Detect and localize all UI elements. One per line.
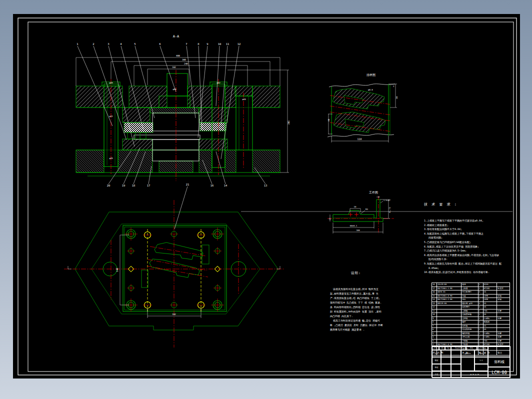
bom-cell: 4 [432, 336, 436, 339]
titleblock-cell [441, 371, 451, 378]
bom-cell: 卸料螺钉 [461, 306, 478, 309]
dim-label: 50 [396, 96, 398, 99]
dim-label: 380 [182, 58, 186, 61]
bom-cell: 聚氨酯 [483, 320, 497, 324]
notes-block: 说明: 该模具为落料冲孔复合模,所冲 制件为支架,材料厚度等见工件图所示,属大批… [330, 262, 408, 341]
drawing-title: 落料模 [488, 357, 510, 367]
titleblock-cell [441, 364, 451, 371]
part-callouts: 1234567891011122019181721161413 [76, 42, 267, 229]
bom-cell: 凸凹模 [461, 317, 478, 320]
bom-row: 11上垫板1T8A淬硬 [432, 309, 510, 313]
bom-cell: 淬硬 [496, 336, 510, 339]
bom-cell: 18 [432, 283, 436, 286]
notes-list: 该模具为落料冲孔复合模,所冲 制件为支架,材料厚度等见工件图所示,属大批,量 生… [330, 287, 408, 332]
bom-row: 9凸凹模1CrWMn淬硬 [432, 316, 510, 320]
bom-cell: 渗碳 [496, 294, 510, 298]
dim-label: 240 [184, 62, 188, 65]
callout-number: 7 [186, 42, 187, 46]
bom-cell: 模柄 [461, 283, 478, 286]
bom-cell: GB/T2861.6-90 [436, 294, 461, 298]
bom-cell: 落料凹模 [461, 332, 478, 336]
plan-view [64, 200, 284, 348]
bom-cell: 1 [478, 324, 483, 328]
bom-cell: 11 [432, 310, 436, 313]
dim-label: φ48 [242, 98, 246, 100]
dim-label: 140 [116, 268, 118, 272]
dim-label: A-A [173, 34, 180, 38]
text-line: 该模具为落料冲孔复合模,所冲 制件为支 [330, 287, 408, 292]
bom-cell: 1 [478, 287, 483, 290]
bom-cell: 导套 [461, 294, 478, 298]
bom-cell: 3 [432, 340, 436, 343]
text-line: 落料凹模与冲 孔凸模装 于下 模 结构 紧凑. [330, 300, 408, 305]
bom-cell: 卸料板 [461, 324, 478, 328]
callout-number: 20 [107, 184, 110, 187]
cad-viewport: A-A488380240182φ50φ45φ42φ45φ42φ48265排样图1… [0, 0, 532, 399]
text-line: 6.装配后,模架上下运动应灵活平稳 无阻滞现象; [424, 244, 520, 249]
text-line: 8.模具闭合后各模板上平面要求贴合间隙,不得歪斜,毛刺,飞边等缺 [424, 253, 520, 258]
bom-cell [436, 310, 461, 313]
bom-cell [496, 290, 510, 294]
titleblock-cell: 比例 [474, 350, 488, 357]
dim-label: φ42 [109, 115, 113, 118]
bom-cell: 4 [478, 302, 483, 306]
callout-number: 12 [238, 42, 241, 46]
bom-cell: 1 [478, 310, 483, 313]
bom-cell: 2 [478, 336, 483, 339]
dim-label: φ45 [109, 157, 113, 160]
callout-number: 10 [218, 42, 222, 46]
strip-layout-view [328, 84, 397, 142]
bom-cell: 45 [483, 324, 497, 328]
text-line: 9.装配以上模座孔与导柱外圆 配合,保证上下模同轴度误差不超过 配 [424, 262, 520, 266]
bom-cell: T8A [483, 340, 497, 343]
titleblock-cell: 设计 [432, 350, 441, 357]
callout-leader [221, 46, 239, 159]
text-line: 4.装配后导柱上端面与上模座上平面,下模座下平面之 [424, 232, 520, 236]
bom-cell: 16 [432, 290, 436, 294]
bom-cell: 1 [478, 320, 483, 324]
callout-number: 21 [186, 183, 190, 186]
callout-number: 16 [210, 184, 214, 187]
bom-row: 15GB/T2861.6-90导套220钢渗碳 [432, 294, 510, 298]
bom-cell: HT200 [483, 287, 497, 290]
titleblock-cell: 分区 [445, 346, 451, 350]
titleblock-cell [451, 364, 461, 371]
titleblock-cell [451, 371, 461, 378]
bom-cell: 7 [432, 324, 436, 328]
bom-cell: CrWMn [483, 332, 497, 336]
titleblock-cell [461, 357, 474, 371]
bom-row: 10凸模固定板145 [432, 312, 510, 316]
dim-label: 工件图 [369, 190, 378, 194]
bom-cell: 45 [483, 306, 497, 309]
bom-row: 8橡胶1聚氨酯 [432, 320, 510, 324]
bom-cell [496, 302, 510, 306]
bom-cell: 2 [478, 328, 483, 332]
bom-cell [496, 320, 510, 324]
titleblock-cell: 更改文件号 [451, 346, 466, 350]
dim-label: 1.5×45° [384, 200, 391, 202]
dim-label: φ8.8 [368, 88, 373, 91]
dim-label: 182 [172, 313, 176, 316]
callout-leader [216, 46, 220, 106]
bom-cell [496, 328, 510, 332]
bom-cell: 20钢 [483, 294, 497, 298]
bom-row: 17GB/T2861.1-90上模座1HT200标准件 [432, 286, 510, 290]
callout-number: 9 [206, 42, 208, 46]
bom-cell: 导柱 [461, 298, 478, 302]
bom-cell [496, 283, 510, 286]
titleblock-cell: 审核 [432, 364, 441, 371]
dim-label: 110 [357, 138, 362, 140]
titleblock-cell [441, 357, 451, 364]
bom-cell: GB119-86 [436, 302, 461, 306]
technical-requirements: 技 术 要 求 : 1.上模座上平面与下模座下平面的平行度误差≤0.04,2.模… [424, 194, 520, 283]
titleblock-cell: 校核 [432, 357, 441, 364]
bom-cell [436, 332, 461, 336]
text-line: 由凸凹模 内孔落下. [330, 314, 408, 318]
callout-number: 8 [198, 42, 199, 46]
bom-cell: 10 [432, 313, 436, 316]
bom-cell: 圆柱销 φ10 [461, 302, 478, 306]
text-line: 7.凸模刃口进入凹模深度为0.5~1mm; [424, 248, 520, 253]
drawing-number: LCM-00 [488, 367, 510, 378]
callout-number: 13 [264, 184, 268, 187]
bom-row: 12卸料螺钉445 [432, 305, 510, 309]
